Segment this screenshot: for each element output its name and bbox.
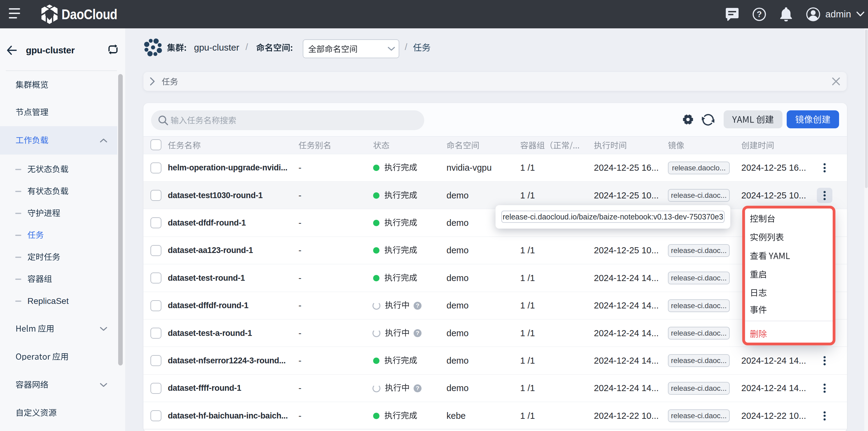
svg-text:?: ? [757,10,762,19]
